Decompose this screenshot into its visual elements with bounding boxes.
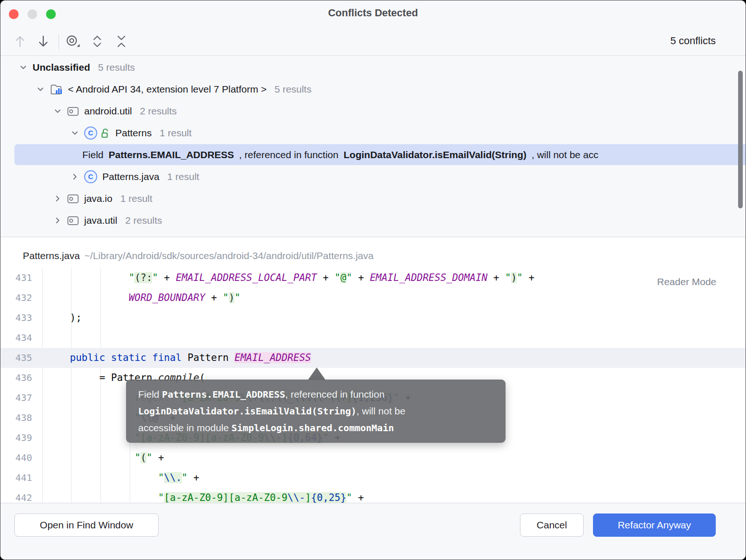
tree-row-count: 2 results [125, 215, 162, 226]
code-token: + [152, 452, 164, 463]
class-icon: C [84, 170, 97, 183]
line-number: 437 [0, 388, 32, 408]
package-icon [67, 193, 79, 204]
code-token: " [517, 272, 523, 283]
conflicts-dialog: Conflicts Detected [0, 0, 746, 560]
tooltip-text: accessible in module [138, 422, 232, 433]
open-in-find-window-button[interactable]: Open in Find Window [14, 513, 159, 537]
previous-conflict-button[interactable] [12, 33, 28, 50]
code-preview-panel: Patterns.java~/Library/Android/sdk/sourc… [0, 237, 746, 503]
code-token: ] [305, 492, 311, 503]
next-conflict-button[interactable] [35, 33, 52, 50]
chevron-down-icon[interactable] [71, 129, 79, 137]
code-token: \\- [287, 492, 305, 503]
tooltip-code-ref: SimpleLogin.shared.commonMain [232, 422, 394, 433]
sdk-library-icon [50, 83, 63, 95]
code-line-435: 435 public static final Pattern EMAIL_AD… [0, 348, 746, 368]
code-token: " [334, 272, 340, 283]
line-number: 432 [0, 288, 32, 308]
toolbar: 5 conflicts [0, 27, 746, 55]
code-token: " [134, 452, 140, 463]
code-token: " [182, 472, 188, 483]
tooltip-code-ref: Patterns.EMAIL_ADDRESS [162, 389, 285, 400]
code-line-434: 434 [0, 328, 746, 348]
up-arrow-icon [14, 34, 26, 48]
tree-row[interactable]: java.util2 results [0, 209, 746, 231]
code-token: {0,25} [311, 492, 346, 503]
preview-usages-button[interactable] [65, 33, 81, 50]
tree-row[interactable]: java.io1 result [0, 187, 746, 209]
code-token: Pattern [182, 352, 235, 363]
code-token: " [147, 452, 153, 463]
line-number: 441 [0, 468, 32, 488]
code-line-441: 441 "\\." + [0, 468, 746, 488]
chevron-down-icon[interactable] [19, 63, 27, 72]
tree-row-label: java.util [84, 215, 117, 226]
preview-file-header: Patterns.java~/Library/Android/sdk/sourc… [23, 250, 373, 261]
eye-icon [65, 33, 81, 49]
cancel-button[interactable]: Cancel [520, 513, 584, 537]
line-number: 435 [0, 348, 32, 368]
expand-all-button[interactable] [89, 33, 106, 50]
tooltip-text: , will not be [357, 406, 406, 416]
code-token: " [223, 292, 229, 303]
tree-row-count: 1 result [167, 171, 200, 182]
code-token: " [158, 472, 164, 483]
code-token: \\. [164, 472, 182, 483]
tree-row[interactable]: Unclassified5 results [0, 56, 746, 78]
conflicts-count-label: 5 conflicts [670, 35, 716, 47]
conflict-message-row[interactable]: Field Patterns.EMAIL_ADDRESS, referenced… [0, 144, 746, 166]
chevron-right-icon[interactable] [71, 173, 79, 181]
conflict-message-segment: , will not be acc [532, 149, 599, 160]
tooltip-text: Field [138, 389, 162, 400]
tree-row[interactable]: android.util2 results [0, 100, 746, 122]
title-bar: Conflicts Detected [0, 0, 746, 27]
tree-row[interactable]: CPatterns1 result [0, 122, 746, 144]
collapse-all-button[interactable] [113, 33, 130, 50]
line-number: 436 [0, 368, 32, 388]
code-line-433: 433 ); [0, 308, 746, 328]
refactor-anyway-button[interactable]: Refactor Anyway [593, 513, 716, 537]
tree-row[interactable]: CPatterns.java1 result [0, 166, 746, 187]
code-line-440: 440 "(" + [0, 448, 746, 468]
code-token: " [234, 292, 240, 303]
code-line-442: 442 "[a-zA-Z0-9][a-zA-Z0-9\\-]{0,25}" + [0, 488, 746, 503]
code-token: ) [229, 292, 235, 303]
tree-row-count: 2 results [140, 106, 177, 117]
tree-row-count: 5 results [274, 84, 311, 95]
tooltip-text-line: accessible in module SimpleLogin.shared.… [138, 420, 394, 436]
preview-file-name: Patterns.java [23, 250, 80, 261]
code-token: ); [70, 312, 81, 323]
conflict-tooltip: Field Patterns.EMAIL_ADDRESS, referenced… [126, 380, 506, 443]
code-token: @ [340, 272, 346, 283]
code-token: ( [140, 452, 147, 463]
code-token: " [129, 272, 135, 283]
dialog-title: Conflicts Detected [0, 7, 746, 19]
line-number: 439 [0, 428, 32, 448]
unlocked-icon [101, 127, 110, 139]
code-token: + [187, 472, 199, 483]
tree-scrollbar[interactable] [738, 71, 743, 208]
toolbar-separator [59, 34, 59, 49]
chevron-down-icon[interactable] [36, 85, 45, 93]
code-token: " [346, 272, 353, 283]
conflict-message-segment: LoginDataValidator.isEmailValid(String) [344, 149, 526, 160]
tree-row-label: Patterns.java [102, 171, 160, 182]
code-token: + [352, 492, 364, 503]
code-token: + [523, 272, 534, 283]
tree-row-label: java.io [84, 193, 113, 204]
tooltip-text-line: LoginDataValidator.isEmailValid(String),… [138, 403, 406, 420]
chevron-right-icon[interactable] [53, 194, 62, 203]
tree-row[interactable]: < Android API 34, extension level 7 Plat… [0, 78, 746, 100]
down-arrow-icon [37, 34, 49, 48]
code-token: (?: [134, 272, 152, 283]
code-line-432: 432 WORD_BOUNDARY + ")" [0, 288, 746, 308]
chevron-down-icon[interactable] [53, 107, 62, 115]
conflicts-tree: Unclassified5 results< Android API 34, e… [0, 55, 746, 237]
line-number: 433 [0, 308, 32, 328]
chevron-right-icon[interactable] [53, 216, 62, 225]
footer-bar: Open in Find Window Cancel Refactor Anyw… [0, 503, 746, 560]
conflict-message-segment: Patterns.EMAIL_ADDRESS [109, 149, 234, 160]
code-token: " [158, 492, 164, 503]
code-token: EMAIL_ADDRESS_LOCAL_PART [176, 272, 317, 283]
